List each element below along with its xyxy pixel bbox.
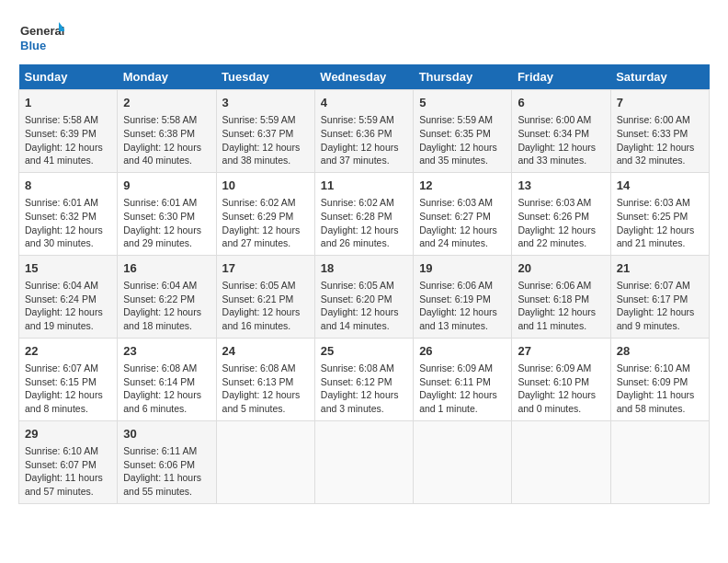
daylight-label: Daylight: 12 hours and 38 minutes. [222, 142, 301, 167]
day-number: 24 [222, 343, 309, 360]
svg-text:General: General [20, 24, 64, 38]
sunrise-text: Sunrise: 6:06 AM [518, 280, 591, 291]
calendar-cell [610, 420, 709, 503]
daylight-label: Daylight: 12 hours and 3 minutes. [321, 389, 399, 414]
daylight-label: Daylight: 12 hours and 24 minutes. [419, 224, 497, 249]
day-number: 3 [222, 95, 309, 111]
day-number: 12 [419, 178, 506, 194]
calendar-week-row: 1Sunrise: 5:58 AMSunset: 6:39 PMDaylight… [19, 90, 710, 173]
sunset-text: Sunset: 6:32 PM [25, 211, 97, 222]
sunrise-text: Sunrise: 6:03 AM [518, 197, 591, 208]
daylight-label: Daylight: 11 hours and 57 minutes. [25, 472, 103, 497]
calendar-cell: 11Sunrise: 6:02 AMSunset: 6:28 PMDayligh… [314, 172, 413, 255]
calendar-cell: 28Sunrise: 6:10 AMSunset: 6:09 PMDayligh… [610, 338, 709, 420]
day-number: 5 [419, 95, 506, 111]
calendar-week-row: 29Sunrise: 6:10 AMSunset: 6:07 PMDayligh… [19, 420, 710, 503]
calendar-cell: 27Sunrise: 6:09 AMSunset: 6:10 PMDayligh… [512, 338, 610, 420]
header-day-wednesday: Wednesday [314, 64, 413, 90]
day-number: 6 [518, 95, 604, 111]
calendar-cell: 16Sunrise: 6:04 AMSunset: 6:22 PMDayligh… [118, 255, 216, 338]
day-number: 19 [419, 260, 506, 277]
day-number: 21 [617, 260, 703, 277]
daylight-label: Daylight: 12 hours and 11 minutes. [518, 306, 596, 331]
day-number: 8 [25, 178, 111, 194]
day-number: 11 [321, 178, 407, 194]
sunset-text: Sunset: 6:39 PM [25, 128, 97, 139]
day-number: 26 [419, 343, 506, 360]
day-number: 13 [518, 178, 604, 194]
sunset-text: Sunset: 6:15 PM [25, 376, 97, 387]
sunset-text: Sunset: 6:12 PM [321, 376, 392, 387]
daylight-label: Daylight: 12 hours and 8 minutes. [25, 389, 103, 414]
day-number: 20 [518, 260, 604, 277]
calendar-cell: 24Sunrise: 6:08 AMSunset: 6:13 PMDayligh… [216, 338, 314, 420]
calendar-cell: 19Sunrise: 6:06 AMSunset: 6:19 PMDayligh… [414, 255, 512, 338]
calendar-cell: 6Sunrise: 6:00 AMSunset: 6:34 PMDaylight… [512, 90, 610, 173]
calendar-cell: 7Sunrise: 6:00 AMSunset: 6:33 PMDaylight… [610, 90, 709, 173]
calendar-cell: 3Sunrise: 5:59 AMSunset: 6:37 PMDaylight… [216, 90, 314, 173]
calendar-cell: 15Sunrise: 6:04 AMSunset: 6:24 PMDayligh… [19, 255, 118, 338]
daylight-label: Daylight: 12 hours and 9 minutes. [617, 306, 695, 331]
header-day-friday: Friday [512, 64, 610, 90]
daylight-label: Daylight: 12 hours and 16 minutes. [222, 306, 301, 331]
sunset-text: Sunset: 6:34 PM [518, 128, 589, 139]
sunrise-text: Sunrise: 6:09 AM [518, 362, 591, 373]
day-number: 18 [321, 260, 407, 277]
calendar-cell: 1Sunrise: 5:58 AMSunset: 6:39 PMDaylight… [19, 90, 118, 173]
daylight-label: Daylight: 12 hours and 27 minutes. [222, 224, 301, 249]
sunrise-text: Sunrise: 6:10 AM [617, 362, 690, 373]
calendar-cell: 20Sunrise: 6:06 AMSunset: 6:18 PMDayligh… [512, 255, 610, 338]
sunrise-text: Sunrise: 5:58 AM [123, 114, 197, 125]
calendar-cell: 26Sunrise: 6:09 AMSunset: 6:11 PMDayligh… [414, 338, 512, 420]
calendar-cell: 10Sunrise: 6:02 AMSunset: 6:29 PMDayligh… [216, 172, 314, 255]
sunrise-text: Sunrise: 6:08 AM [321, 362, 394, 373]
sunrise-text: Sunrise: 6:05 AM [321, 280, 394, 291]
daylight-label: Daylight: 12 hours and 37 minutes. [321, 142, 399, 167]
calendar-table: SundayMondayTuesdayWednesdayThursdayFrid… [18, 64, 710, 504]
daylight-label: Daylight: 12 hours and 33 minutes. [518, 142, 596, 167]
sunset-text: Sunset: 6:33 PM [617, 128, 688, 139]
day-number: 7 [617, 95, 703, 111]
calendar-cell: 22Sunrise: 6:07 AMSunset: 6:15 PMDayligh… [19, 338, 118, 420]
calendar-cell: 30Sunrise: 6:11 AMSunset: 6:06 PMDayligh… [118, 420, 216, 503]
sunrise-text: Sunrise: 5:59 AM [222, 114, 296, 125]
header-day-saturday: Saturday [610, 64, 709, 90]
day-number: 4 [321, 95, 407, 111]
daylight-label: Daylight: 12 hours and 40 minutes. [123, 142, 201, 167]
sunrise-text: Sunrise: 6:03 AM [419, 197, 493, 208]
calendar-cell: 8Sunrise: 6:01 AMSunset: 6:32 PMDaylight… [19, 172, 118, 255]
calendar-cell: 17Sunrise: 6:05 AMSunset: 6:21 PMDayligh… [216, 255, 314, 338]
sunset-text: Sunset: 6:20 PM [321, 293, 392, 304]
daylight-label: Daylight: 12 hours and 5 minutes. [222, 389, 301, 414]
header-day-monday: Monday [118, 64, 216, 90]
day-number: 2 [123, 95, 210, 111]
sunset-text: Sunset: 6:36 PM [321, 128, 392, 139]
daylight-label: Daylight: 12 hours and 0 minutes. [518, 389, 596, 414]
day-number: 30 [123, 426, 210, 442]
sunrise-text: Sunrise: 6:02 AM [321, 197, 394, 208]
daylight-label: Daylight: 12 hours and 18 minutes. [123, 306, 201, 331]
day-number: 17 [222, 260, 309, 277]
day-number: 28 [617, 343, 703, 360]
sunrise-text: Sunrise: 6:05 AM [222, 280, 296, 291]
sunset-text: Sunset: 6:27 PM [419, 211, 491, 222]
sunrise-text: Sunrise: 6:04 AM [25, 280, 98, 291]
daylight-label: Daylight: 12 hours and 26 minutes. [321, 224, 399, 249]
daylight-label: Daylight: 12 hours and 30 minutes. [25, 224, 103, 249]
daylight-label: Daylight: 12 hours and 29 minutes. [123, 224, 201, 249]
sunset-text: Sunset: 6:35 PM [419, 128, 491, 139]
calendar-cell [314, 420, 413, 503]
calendar-week-row: 8Sunrise: 6:01 AMSunset: 6:32 PMDaylight… [19, 172, 710, 255]
calendar-cell: 29Sunrise: 6:10 AMSunset: 6:07 PMDayligh… [19, 420, 118, 503]
header: General Blue [18, 18, 710, 55]
sunset-text: Sunset: 6:29 PM [222, 211, 294, 222]
header-day-thursday: Thursday [414, 64, 512, 90]
calendar-cell: 9Sunrise: 6:01 AMSunset: 6:30 PMDaylight… [118, 172, 216, 255]
sunset-text: Sunset: 6:19 PM [419, 293, 491, 304]
sunrise-text: Sunrise: 5:59 AM [321, 114, 394, 125]
sunset-text: Sunset: 6:18 PM [518, 293, 589, 304]
sunrise-text: Sunrise: 6:01 AM [25, 197, 98, 208]
calendar-header-row: SundayMondayTuesdayWednesdayThursdayFrid… [19, 64, 710, 90]
daylight-label: Daylight: 12 hours and 41 minutes. [25, 142, 103, 167]
calendar-cell [216, 420, 314, 503]
